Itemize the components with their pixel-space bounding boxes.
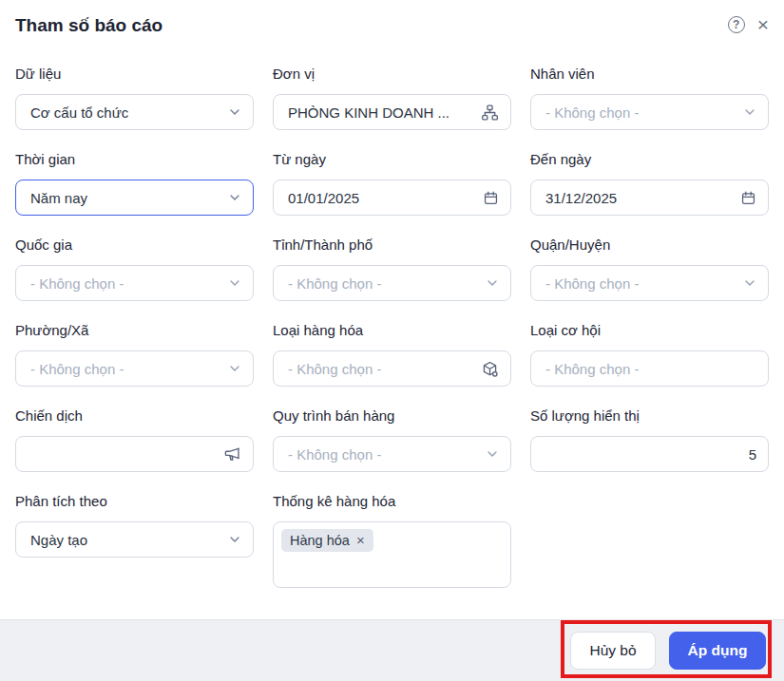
empty-cell (530, 492, 769, 588)
chevron-down-icon (486, 447, 499, 461)
field-label: Phường/Xã (15, 321, 254, 340)
placeholder-value: - Không chọn - (30, 275, 124, 292)
field-thoi-gian: Thời gian Năm nay (15, 150, 254, 216)
help-icon[interactable]: ? (728, 16, 745, 33)
field-label: Đơn vị (273, 65, 511, 84)
field-nhan-vien: Nhân viên - Không chọn - (530, 65, 769, 130)
don-vi-select[interactable]: PHÒNG KINH DOANH ... (273, 94, 511, 130)
thoi-gian-select[interactable]: Năm nay (15, 180, 254, 216)
date-value: 31/12/2025 (545, 190, 617, 206)
selected-tag: Hàng hóa × (281, 529, 373, 552)
field-label: Tỉnh/Thành phố (273, 236, 511, 255)
field-so-luong-hien-thi: Số lượng hiển thị 5 (530, 407, 769, 472)
calendar-icon (740, 190, 756, 206)
field-thong-ke-hang-hoa: Thống kê hàng hóa Hàng hóa × (273, 492, 511, 588)
loai-hang-hoa-picker[interactable]: - Không chọn - (273, 350, 511, 387)
selected-value: Năm nay (30, 190, 87, 206)
date-value: 01/01/2025 (288, 190, 359, 206)
megaphone-icon (223, 445, 241, 463)
chevron-down-icon (228, 533, 241, 546)
field-loai-hang-hoa: Loại hàng hóa - Không chọn - (273, 321, 511, 387)
field-label: Loại hàng hóa (273, 321, 511, 340)
field-phuong-xa: Phường/Xã - Không chọn - (15, 321, 254, 387)
field-chien-dich: Chiến dịch (15, 407, 254, 472)
field-loai-co-hoi: Loại cơ hội - Không chọn - (530, 321, 769, 387)
field-den-ngay: Đến ngày 31/12/2025 (530, 150, 769, 216)
field-label: Nhân viên (530, 65, 769, 84)
field-label: Chiến dịch (15, 407, 254, 426)
quy-trinh-ban-hang-select[interactable]: - Không chọn - (273, 436, 511, 472)
field-label: Đến ngày (530, 150, 769, 169)
field-label: Phân tích theo (15, 492, 254, 511)
calendar-icon (483, 190, 499, 206)
chevron-down-icon (228, 276, 241, 290)
chevron-down-icon (228, 191, 241, 204)
field-label: Quận/Huyện (530, 236, 769, 255)
number-value: 5 (749, 446, 756, 463)
tu-ngay-datepicker[interactable]: 01/01/2025 (273, 180, 511, 216)
chien-dich-picker[interactable] (15, 436, 254, 472)
field-label: Thời gian (15, 150, 254, 169)
field-label: Thống kê hàng hóa (273, 492, 511, 511)
placeholder-value: - Không chọn - (288, 446, 381, 463)
field-du-lieu: Dữ liệu Cơ cấu tổ chức (15, 65, 254, 130)
org-sitemap-icon (481, 104, 499, 122)
placeholder-value: - Không chọn - (30, 361, 124, 377)
field-tinh-thanh-pho: Tỉnh/Thành phố - Không chọn - (273, 236, 511, 301)
phuong-xa-select[interactable]: - Không chọn - (15, 350, 254, 387)
nhan-vien-select[interactable]: - Không chọn - (530, 94, 769, 130)
field-label: Quy trình bán hàng (273, 407, 511, 426)
placeholder-value: - Không chọn - (545, 275, 639, 292)
selected-value: PHÒNG KINH DOANH ... (288, 104, 449, 121)
placeholder-value: - Không chọn - (545, 104, 639, 121)
field-label: Dữ liệu (15, 65, 254, 84)
field-label: Số lượng hiển thị (530, 407, 769, 426)
field-label: Loại cơ hội (530, 321, 769, 340)
field-phan-tich-theo: Phân tích theo Ngày tạo (15, 492, 254, 588)
tag-label: Hàng hóa (290, 533, 350, 548)
field-quy-trinh-ban-hang: Quy trình bán hàng - Không chọn - (273, 407, 511, 472)
dialog-title: Tham số báo cáo (15, 13, 163, 38)
chevron-down-icon (228, 362, 241, 375)
selected-value: Ngày tạo (30, 532, 87, 548)
so-luong-hien-thi-input[interactable]: 5 (530, 436, 769, 472)
den-ngay-datepicker[interactable]: 31/12/2025 (530, 180, 769, 216)
placeholder-value: - Không chọn - (288, 361, 381, 377)
tinh-thanh-pho-select[interactable]: - Không chọn - (273, 265, 511, 301)
field-don-vi: Đơn vị PHÒNG KINH DOANH ... (273, 65, 511, 130)
header-icons: ? × (728, 16, 769, 33)
dialog-footer: Hủy bỏ Áp dụng (0, 619, 784, 681)
thong-ke-hang-hoa-multiselect[interactable]: Hàng hóa × (273, 521, 511, 588)
cube-icon (481, 360, 499, 378)
field-tu-ngay: Từ ngày 01/01/2025 (273, 150, 511, 216)
phan-tich-theo-select[interactable]: Ngày tạo (15, 521, 254, 558)
quoc-gia-select[interactable]: - Không chọn - (15, 265, 254, 301)
cancel-button[interactable]: Hủy bỏ (570, 632, 656, 670)
remove-tag-icon[interactable]: × (356, 534, 365, 547)
placeholder-value: - Không chọn - (545, 361, 639, 377)
chevron-down-icon (743, 276, 756, 290)
report-parameters-form: Dữ liệu Cơ cấu tổ chức Đơn vị PHÒNG KINH… (0, 65, 784, 588)
placeholder-value: - Không chọn - (288, 275, 381, 292)
selected-value: Cơ cấu tổ chức (30, 104, 128, 121)
dialog-header: Tham số báo cáo ? × (0, 0, 784, 38)
chevron-down-icon (228, 105, 241, 119)
chevron-down-icon (486, 276, 499, 290)
field-label: Quốc gia (15, 236, 254, 255)
field-quoc-gia: Quốc gia - Không chọn - (15, 236, 254, 301)
du-lieu-select[interactable]: Cơ cấu tổ chức (15, 94, 254, 130)
quan-huyen-select[interactable]: - Không chọn - (530, 265, 769, 301)
field-quan-huyen: Quận/Huyện - Không chọn - (530, 236, 769, 301)
loai-co-hoi-select[interactable]: - Không chọn - (530, 350, 769, 387)
field-label: Từ ngày (273, 150, 511, 169)
apply-button[interactable]: Áp dụng (669, 632, 766, 670)
close-icon[interactable]: × (757, 16, 769, 33)
chevron-down-icon (743, 105, 756, 119)
